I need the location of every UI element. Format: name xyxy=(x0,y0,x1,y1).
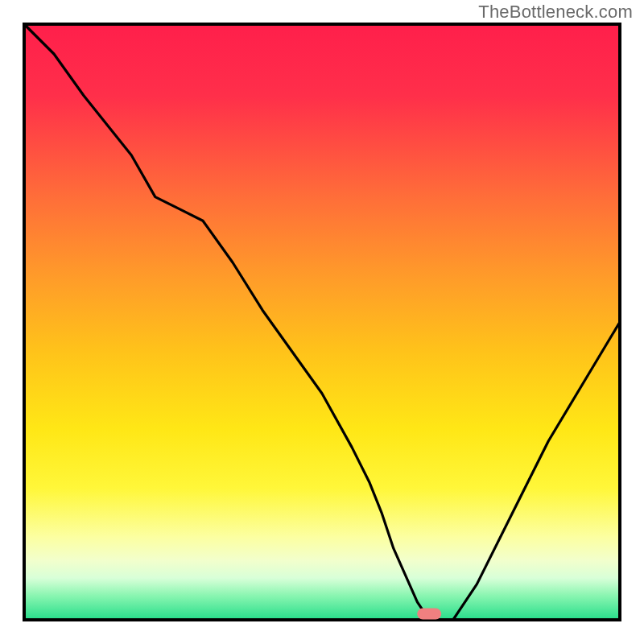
gradient-background xyxy=(24,24,620,620)
bottleneck-chart xyxy=(0,0,644,644)
chart-container: TheBottleneck.com xyxy=(0,0,644,644)
watermark-text: TheBottleneck.com xyxy=(478,2,633,23)
optimum-marker xyxy=(417,609,441,620)
